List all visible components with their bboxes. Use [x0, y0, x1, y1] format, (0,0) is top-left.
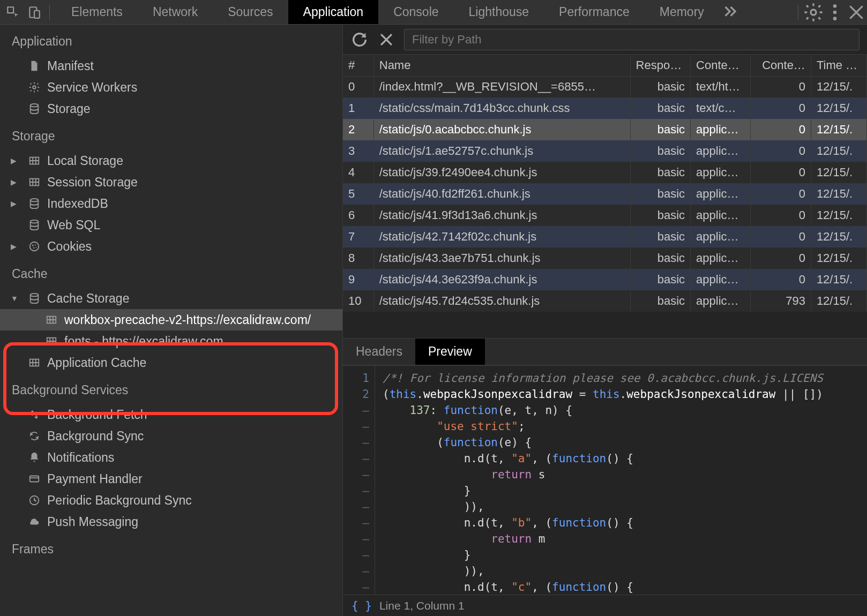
sidebar-item-service-workers[interactable]: Service Workers	[0, 77, 342, 98]
row-name: /static/js/39.f2490ee4.chunk.js	[373, 162, 630, 183]
subtab-preview[interactable]: Preview	[415, 339, 485, 365]
svg-point-4	[833, 10, 837, 14]
tab-network[interactable]: Network	[138, 0, 213, 24]
col-header[interactable]: #	[343, 55, 373, 76]
table-row[interactable]: 10/static/js/45.7d24c535.chunk.jsbasicap…	[343, 290, 867, 312]
svg-point-15	[33, 247, 34, 249]
row-time: 12/15/.	[811, 269, 866, 290]
cache-toolbar	[343, 25, 867, 55]
row-clen: 0	[751, 247, 811, 269]
response-subtabs: HeadersPreview	[343, 339, 867, 365]
application-sidebar: Application Manifest Service Workers Sto…	[0, 25, 343, 616]
sidebar-item-notifications[interactable]: Notifications	[0, 447, 342, 468]
expand-arrow-icon[interactable]: ▶	[11, 242, 19, 251]
row-response: basic	[630, 76, 690, 97]
section-title-application: Application	[0, 25, 342, 55]
tab-memory[interactable]: Memory	[645, 0, 719, 24]
svg-point-7	[31, 104, 39, 107]
tab-performance[interactable]: Performance	[544, 0, 645, 24]
table-row[interactable]: 1/static/css/main.7d14b3cc.chunk.cssbasi…	[343, 97, 867, 119]
row-index: 10	[343, 290, 373, 312]
col-header[interactable]: Conte…	[691, 55, 751, 76]
tab-sources[interactable]: Sources	[213, 0, 288, 24]
row-ctype: applic…	[691, 162, 751, 183]
sidebar-item-manifest[interactable]: Manifest	[0, 55, 342, 77]
sidebar-item-background-sync[interactable]: Background Sync	[0, 425, 342, 447]
tab-console[interactable]: Console	[378, 0, 453, 24]
row-ctype: applic…	[691, 119, 751, 140]
cache-entry-workbox-precache-v2-https-excalidraw-com[interactable]: workbox-precache-v2-https://excalidraw.c…	[0, 309, 342, 330]
section-title-cache: Cache	[0, 257, 342, 288]
row-ctype: text/c…	[691, 97, 751, 119]
col-header[interactable]: Name	[373, 55, 630, 76]
table-row[interactable]: 2/static/js/0.acabcbcc.chunk.jsbasicappl…	[343, 119, 867, 140]
expand-arrow-icon[interactable]: ▶	[11, 199, 19, 208]
device-toggle-icon[interactable]	[24, 2, 45, 23]
tab-application[interactable]: Application	[288, 0, 379, 24]
row-name: /static/css/main.7d14b3cc.chunk.css	[373, 97, 630, 119]
row-index: 5	[343, 183, 373, 205]
sidebar-item-web-sql[interactable]: Web SQL	[0, 214, 342, 236]
svg-point-11	[31, 220, 39, 223]
table-row[interactable]: 7/static/js/42.7142f02c.chunk.jsbasicapp…	[343, 226, 867, 247]
table-row[interactable]: 4/static/js/39.f2490ee4.chunk.jsbasicapp…	[343, 162, 867, 183]
grid-icon	[28, 356, 41, 369]
table-row[interactable]: 9/static/js/44.3e623f9a.chunk.jsbasicapp…	[343, 269, 867, 290]
sidebar-label: Web SQL	[47, 218, 100, 232]
file-icon	[28, 59, 41, 72]
expand-arrow-icon[interactable]: ▼	[11, 294, 19, 303]
sidebar-item-local-storage[interactable]: ▶Local Storage	[0, 150, 342, 171]
sidebar-item-cookies[interactable]: ▶Cookies	[0, 236, 342, 257]
close-devtools-icon[interactable]	[846, 2, 867, 23]
svg-rect-1	[34, 10, 40, 18]
pretty-print-icon[interactable]: { }	[352, 599, 372, 612]
grid-icon	[28, 176, 41, 189]
cache-entries-table: #NameRespo…Conte…Conte…Time … 0/index.ht…	[343, 55, 867, 339]
sidebar-item-session-storage[interactable]: ▶Session Storage	[0, 171, 342, 193]
sidebar-item-indexeddb[interactable]: ▶IndexedDB	[0, 193, 342, 214]
expand-arrow-icon[interactable]: ▶	[11, 178, 19, 186]
sidebar-item-push-messaging[interactable]: Push Messaging	[0, 511, 342, 532]
col-header[interactable]: Time …	[811, 55, 866, 76]
tab-lighthouse[interactable]: Lighthouse	[454, 0, 544, 24]
row-clen: 0	[751, 162, 811, 183]
row-ctype: applic…	[691, 290, 751, 312]
tab-elements[interactable]: Elements	[56, 0, 138, 24]
svg-rect-21	[30, 476, 39, 482]
row-clen: 0	[751, 183, 811, 205]
row-response: basic	[630, 119, 690, 140]
row-name: /index.html?__WB_REVISION__=6855…	[373, 76, 630, 97]
row-response: basic	[630, 97, 690, 119]
inspect-element-icon[interactable]	[2, 2, 24, 23]
preview-code-pane[interactable]: 12––––––––––––– /*! For license informat…	[343, 365, 867, 595]
row-clen: 0	[751, 140, 811, 162]
sidebar-item-storage[interactable]: Storage	[0, 98, 342, 119]
sidebar-item-background-fetch[interactable]: Background Fetch	[0, 404, 342, 425]
filter-path-input[interactable]	[404, 29, 859, 50]
sync-icon	[28, 430, 41, 442]
expand-arrow-icon[interactable]: ▶	[11, 156, 19, 165]
table-row[interactable]: 6/static/js/41.9f3d13a6.chunk.jsbasicapp…	[343, 205, 867, 226]
row-ctype: applic…	[691, 140, 751, 162]
table-row[interactable]: 8/static/js/43.3ae7b751.chunk.jsbasicapp…	[343, 247, 867, 269]
table-row[interactable]: 3/static/js/1.ae52757c.chunk.jsbasicappl…	[343, 140, 867, 162]
sidebar-item-cache-storage[interactable]: ▼Cache Storage	[0, 288, 342, 309]
sidebar-item-application-cache[interactable]: Application Cache	[0, 352, 342, 373]
col-header[interactable]: Respo…	[630, 55, 690, 76]
settings-icon[interactable]	[803, 2, 824, 23]
refresh-icon[interactable]	[350, 31, 369, 49]
delete-entry-icon[interactable]	[377, 31, 395, 49]
sidebar-label: Application Cache	[47, 356, 146, 370]
col-header[interactable]: Conte…	[751, 55, 811, 76]
more-tabs-icon[interactable]	[719, 2, 741, 23]
svg-point-2	[811, 10, 816, 15]
table-row[interactable]: 0/index.html?__WB_REVISION__=6855…basict…	[343, 76, 867, 97]
row-time: 12/15/.	[811, 76, 866, 97]
sidebar-item-periodic-background-sync[interactable]: Periodic Background Sync	[0, 490, 342, 511]
table-row[interactable]: 5/static/js/40.fd2ff261.chunk.jsbasicapp…	[343, 183, 867, 205]
cache-entry-fonts-https-excalidraw-com[interactable]: fonts - https://excalidraw.com	[0, 330, 342, 352]
sidebar-item-payment-handler[interactable]: Payment Handler	[0, 468, 342, 490]
kebab-menu-icon[interactable]	[824, 2, 846, 23]
cursor-position: Line 1, Column 1	[379, 599, 465, 612]
subtab-headers[interactable]: Headers	[343, 339, 415, 365]
